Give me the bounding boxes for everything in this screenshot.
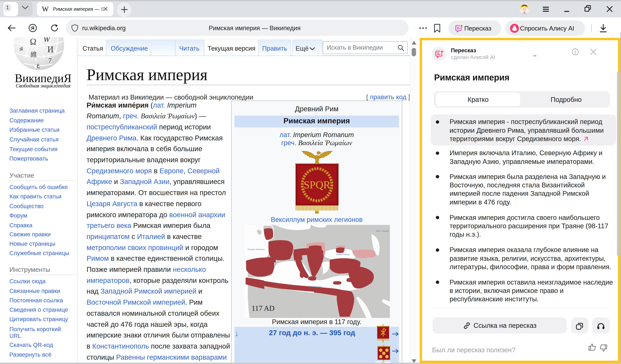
svg-text:Ω: Ω [30, 37, 36, 47]
svg-text:維: 維 [30, 51, 37, 58]
svg-text:Oceanus Atlanticus: Oceanus Atlanticus [247, 248, 264, 251]
svg-text:Mare Internum: Mare Internum [308, 285, 321, 288]
svg-text:Mare Caspium: Mare Caspium [376, 230, 389, 232]
svg-text:1: 1 [6, 4, 9, 10]
svg-text:Я: Я [31, 26, 34, 31]
svg-text:SPQR: SPQR [304, 179, 330, 191]
svg-text:И: И [47, 45, 54, 54]
svg-text:Pontus Euxinus: Pontus Euxinus [336, 253, 349, 255]
svg-text:W: W [43, 37, 51, 44]
svg-text:ع: ع [36, 62, 40, 68]
svg-text:117 AD: 117 AD [251, 304, 275, 312]
svg-text:7: 7 [48, 57, 52, 64]
